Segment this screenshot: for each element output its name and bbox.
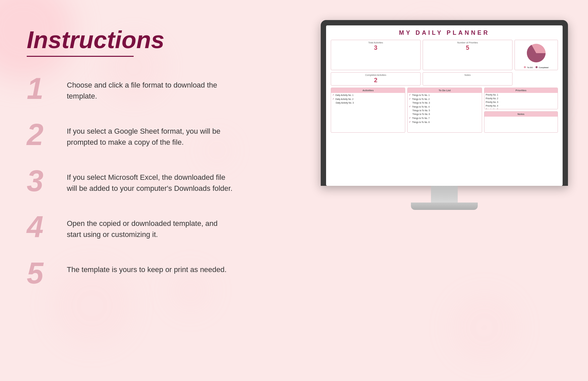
planner-content: MY DAILY PLANNER Total Activities 3 Numb… <box>326 25 563 137</box>
step-2: 2 If you select a Google Sheet format, y… <box>27 120 234 150</box>
main-tables: Activities ✓ Daily Activity No. 1 ✓ Dail… <box>331 88 558 133</box>
pie-chart <box>523 41 550 65</box>
activity-row-2: ✓ Daily Activity No. 2 <box>331 97 405 101</box>
monitor-stand-base <box>411 203 478 210</box>
completed-activities-value: 2 <box>332 77 419 84</box>
notes-stat-box: Notes <box>423 72 512 86</box>
activity-row-3: Daily Activity No. 3 <box>331 101 405 105</box>
monitor-screen: MY DAILY PLANNER Total Activities 3 Numb… <box>326 25 563 186</box>
todo-row-8: ✓ Things to To No. 8 <box>408 120 481 124</box>
checkmark-2: ✓ <box>332 98 334 100</box>
instructions-title: Instructions <box>27 27 234 53</box>
notes-section: Notes <box>484 111 558 133</box>
todo-row-4: ✓ Things to To No. 4 <box>408 105 481 109</box>
step-text-1: Choose and click a file format to downlo… <box>67 74 234 102</box>
number-priorities-value: 5 <box>424 44 511 51</box>
todo-list-section: To Do List ✓ Things to To No. 1 ✓ Things… <box>407 88 482 133</box>
stats-row: Total Activities 3 Number of Priorities … <box>331 40 558 70</box>
activities-section: Activities ✓ Daily Activity No. 1 ✓ Dail… <box>331 88 405 133</box>
step-number-4: 4 <box>27 212 57 242</box>
step-text-5: The template is yours to keep or print a… <box>67 258 227 275</box>
title-underline <box>27 56 134 57</box>
notes-header: Notes <box>484 112 558 117</box>
priorities-header: Priorities <box>484 88 558 93</box>
pie-chart-container: To DO Completed <box>514 40 558 70</box>
notes-label: Notes <box>424 74 511 76</box>
priorities-section: Priorities Priority No. 1 Priority No. 2… <box>484 88 558 109</box>
activity-row-1: ✓ Daily Activity No. 1 <box>331 93 405 97</box>
priority-row-4: Priority No. 4 <box>484 104 558 108</box>
monitor: MY DAILY PLANNER Total Activities 3 Numb… <box>321 20 568 210</box>
todo-row-6: Things to To No. 6 <box>408 112 481 116</box>
step-number-5: 5 <box>27 258 57 288</box>
legend-completed: Completed <box>536 66 549 69</box>
step-1: 1 Choose and click a file format to down… <box>27 74 234 104</box>
legend-todo: To DO <box>524 66 533 69</box>
step-text-3: If you select Microsoft Excel, the downl… <box>67 166 234 194</box>
todo-row-3: Things to To No. 3 <box>408 101 481 105</box>
priority-row-3: Priority No. 3 <box>484 100 558 104</box>
step-text-2: If you select a Google Sheet format, you… <box>67 120 234 148</box>
todo-row-7: ✓ Things to To No. 7 <box>408 116 481 120</box>
todo-check-8: ✓ <box>409 121 411 123</box>
step-5: 5 The template is yours to keep or print… <box>27 258 234 288</box>
todo-check-1: ✓ <box>409 94 411 96</box>
step-number-1: 1 <box>27 74 57 104</box>
checkmark-1: ✓ <box>332 94 334 96</box>
instructions-section: Instructions 1 Choose and click a file f… <box>27 27 234 304</box>
monitor-frame: MY DAILY PLANNER Total Activities 3 Numb… <box>321 20 568 186</box>
step-number-2: 2 <box>27 120 57 150</box>
todo-row-5: Things to To No. 5 <box>408 109 481 112</box>
step-4: 4 Open the copied or downloaded template… <box>27 212 234 242</box>
pie-legend: To DO Completed <box>524 66 548 69</box>
step-3: 3 If you select Microsoft Excel, the dow… <box>27 166 234 196</box>
completed-activities-label: Completed Activities <box>332 74 419 76</box>
todo-row-2: ✓ Things to To No. 2 <box>408 97 481 101</box>
total-activities-label: Total Activities <box>332 41 419 44</box>
todo-check-4: ✓ <box>409 105 411 108</box>
todo-row-1: ✓ Things to To No. 1 <box>408 93 481 97</box>
total-activities-box: Total Activities 3 <box>331 40 421 70</box>
monitor-stand-neck <box>431 186 458 203</box>
step-number-3: 3 <box>27 166 57 196</box>
number-priorities-box: Number of Priorities 5 <box>423 40 512 70</box>
completed-notes-row: Completed Activities 2 Notes <box>331 72 558 86</box>
activities-header: Activities <box>331 88 405 93</box>
todo-header: To Do List <box>408 88 481 93</box>
priorities-notes-column: Priorities Priority No. 1 Priority No. 2… <box>484 88 558 133</box>
number-priorities-label: Number of Priorities <box>424 41 511 44</box>
todo-check-2: ✓ <box>409 98 411 100</box>
planner-title: MY DAILY PLANNER <box>331 29 558 36</box>
priority-row-5: Priority No. 5 <box>484 108 558 109</box>
priority-row-2: Priority No. 2 <box>484 97 558 100</box>
completed-activities-box: Completed Activities 2 <box>331 72 421 86</box>
todo-check-7: ✓ <box>409 117 411 119</box>
total-activities-value: 3 <box>332 44 419 51</box>
priority-row-1: Priority No. 1 <box>484 93 558 97</box>
step-text-4: Open the copied or downloaded template, … <box>67 212 234 240</box>
